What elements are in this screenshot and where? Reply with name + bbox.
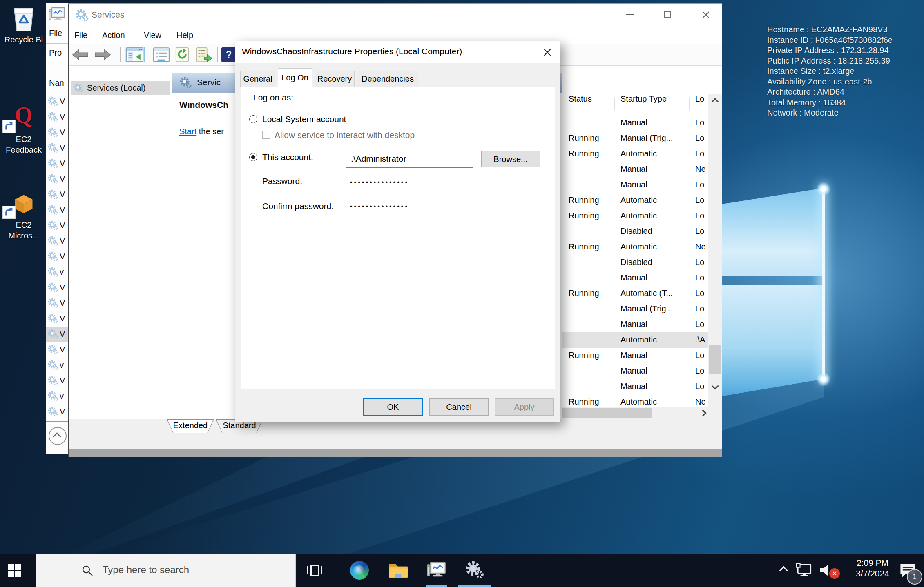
service-row[interactable]: Automatic .\A [562, 332, 708, 348]
background-service-row[interactable]: V [46, 109, 69, 125]
dialog-close-button[interactable] [540, 45, 554, 59]
background-service-row[interactable]: V [46, 125, 69, 140]
menu-file[interactable]: File [74, 31, 87, 40]
desktop-icon-recycle-bin[interactable]: Recycle Bi [0, 3, 47, 45]
background-service-row[interactable]: v [46, 389, 69, 404]
scrollbar-thumb[interactable] [562, 408, 652, 418]
tab-log-on[interactable]: Log On [278, 68, 312, 88]
search-input[interactable] [102, 564, 283, 576]
background-service-row[interactable]: V [46, 280, 69, 296]
this-account-radio[interactable] [249, 153, 257, 161]
properties-button[interactable] [153, 47, 170, 62]
browse-button[interactable]: Browse... [481, 151, 540, 167]
background-service-row[interactable]: V [46, 327, 69, 342]
help-button[interactable]: ? [221, 47, 236, 62]
service-row[interactable]: Running Automatic Ne [562, 239, 708, 255]
tab-dependencies[interactable]: Dependencies [357, 71, 418, 87]
background-service-row[interactable]: V [46, 187, 69, 202]
desktop-icon-ec2-feedback[interactable]: Q EC2 Feedback [0, 103, 47, 155]
confirm-password-field[interactable]: ••••••••••••••• [346, 199, 473, 214]
local-system-radio[interactable] [249, 115, 257, 123]
title-bar[interactable]: Services [69, 4, 722, 27]
service-row[interactable]: Running Manual Lo [562, 348, 708, 363]
background-service-row[interactable]: V [46, 156, 69, 171]
vertical-scrollbar[interactable] [708, 94, 722, 407]
service-row[interactable]: Running Manual (Trig... Lo [562, 131, 708, 146]
service-row[interactable]: Running Automatic (T... Lo [562, 286, 708, 301]
tray-expand-button[interactable] [774, 554, 792, 587]
allow-desktop-checkbox[interactable] [262, 131, 270, 139]
refresh-button[interactable] [174, 47, 190, 62]
column-header-status[interactable]: Status [569, 94, 592, 104]
service-row[interactable]: Manual Lo [562, 115, 708, 131]
scroll-down-button[interactable] [708, 380, 722, 393]
console-tree-toggle-button[interactable] [125, 47, 145, 62]
background-window[interactable]: File Pro Nan V V V V V [46, 3, 69, 454]
service-row[interactable]: Disabled Lo [562, 224, 708, 239]
tree-item-services-local[interactable]: Services (Local) [71, 81, 170, 95]
start-button[interactable] [0, 554, 29, 587]
task-view-button[interactable] [302, 554, 327, 587]
performance-monitor-taskbar-button[interactable] [424, 554, 449, 587]
service-row[interactable]: Manual Lo [562, 317, 708, 332]
tab-recovery[interactable]: Recovery [315, 71, 355, 87]
background-service-row[interactable]: V [46, 218, 69, 233]
background-service-row[interactable]: V [46, 202, 69, 218]
background-name-column-header[interactable]: Nan [49, 78, 64, 88]
cancel-button[interactable]: Cancel [429, 398, 489, 416]
menu-view[interactable]: View [144, 31, 161, 40]
edge-button[interactable] [347, 554, 372, 587]
tab-extended[interactable]: Extended [167, 419, 214, 433]
service-row[interactable]: Manual Ne [562, 162, 708, 177]
background-service-row[interactable]: V [46, 94, 69, 109]
taskbar-search[interactable] [36, 554, 296, 587]
scroll-up-button[interactable] [708, 94, 722, 107]
background-processes-label[interactable]: Pro [49, 48, 62, 58]
volume-tray-icon[interactable]: ✕ [815, 554, 838, 587]
account-input[interactable] [350, 153, 469, 164]
ok-button[interactable]: OK [363, 398, 423, 416]
scrollbar-thumb[interactable] [709, 345, 721, 374]
back-button[interactable] [71, 47, 89, 62]
service-row[interactable]: Disabled Lo [562, 255, 708, 270]
dialog-title-bar[interactable]: WindowsChaosInfrastructure Properties (L… [235, 41, 560, 63]
background-service-row[interactable]: V [46, 140, 69, 156]
services-taskbar-button[interactable] [461, 554, 488, 587]
start-service-link[interactable]: Start [179, 127, 196, 136]
notification-count-badge[interactable]: 1 [907, 569, 922, 585]
horizontal-scrollbar[interactable] [562, 407, 708, 419]
background-service-row[interactable]: V [46, 311, 69, 327]
close-button[interactable] [697, 8, 715, 22]
background-service-row[interactable]: V [46, 233, 69, 249]
background-service-row[interactable]: v [46, 265, 69, 280]
apply-button[interactable]: Apply [495, 398, 554, 416]
background-service-row[interactable]: V [46, 296, 69, 311]
network-tray-icon[interactable] [793, 554, 815, 587]
background-file-menu[interactable]: File [49, 29, 62, 38]
password-field[interactable]: ••••••••••••••• [346, 175, 473, 190]
export-list-button[interactable] [195, 47, 213, 62]
column-header-startup-type[interactable]: Startup Type [620, 94, 667, 104]
desktop-icon-ec2-micro[interactable]: EC2 Micros... [0, 191, 47, 241]
background-service-row[interactable]: V [46, 404, 69, 420]
background-service-row[interactable]: v [46, 358, 69, 373]
background-service-row[interactable]: V [46, 342, 69, 358]
maximize-button[interactable] [658, 8, 676, 22]
tab-general[interactable]: General [240, 71, 275, 87]
menu-help[interactable]: Help [176, 31, 193, 40]
background-service-row[interactable]: V [46, 373, 69, 389]
collapse-up-button[interactable] [49, 427, 67, 445]
service-row[interactable]: Manual Lo [562, 379, 708, 394]
service-row[interactable]: Manual Lo [562, 270, 708, 286]
account-field[interactable] [346, 150, 473, 168]
service-row[interactable]: Manual Lo [562, 177, 708, 193]
menu-action[interactable]: Action [102, 31, 125, 40]
taskbar-clock[interactable]: 2:09 PM 3/7/2024 [846, 558, 899, 579]
forward-button[interactable] [94, 47, 112, 62]
minimize-button[interactable] [621, 8, 639, 22]
scroll-right-button[interactable] [701, 410, 705, 417]
service-row[interactable]: Running Automatic Lo [562, 146, 708, 162]
service-row[interactable]: Running Automatic Ne [562, 394, 708, 407]
background-service-row[interactable]: V [46, 249, 69, 265]
file-explorer-button[interactable] [386, 554, 411, 587]
